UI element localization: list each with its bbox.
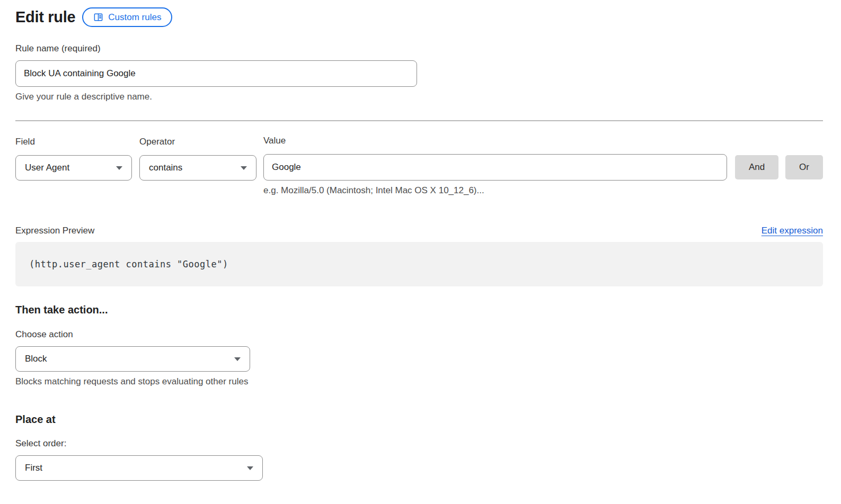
select-order-label: Select order: xyxy=(15,438,823,449)
caret-down-icon xyxy=(247,466,253,470)
rule-name-helper: Give your rule a descriptive name. xyxy=(15,92,823,102)
caret-down-icon xyxy=(234,357,241,361)
rule-name-section: Rule name (required) Give your rule a de… xyxy=(15,43,823,102)
operator-column: Operator contains xyxy=(139,137,256,181)
expression-code: (http.user_agent contains "Google") xyxy=(29,259,228,269)
open-book-icon xyxy=(93,12,103,22)
value-helper: e.g. Mozilla/5.0 (Macintosh; Intel Mac O… xyxy=(263,185,823,196)
value-column: Value xyxy=(263,136,727,181)
value-input[interactable] xyxy=(263,154,727,181)
order-select-value: First xyxy=(25,463,42,473)
caret-down-icon xyxy=(241,166,247,170)
caret-down-icon xyxy=(116,166,122,170)
edit-rule-form: Edit rule Custom rules Rule name (requir… xyxy=(15,7,823,481)
choose-action-label: Choose action xyxy=(15,329,823,340)
expression-preview-label: Expression Preview xyxy=(15,226,94,236)
operator-select-value: contains xyxy=(149,163,182,173)
action-helper: Blocks matching requests and stops evalu… xyxy=(15,376,823,387)
rule-name-label: Rule name (required) xyxy=(15,43,823,54)
custom-rules-button[interactable]: Custom rules xyxy=(82,7,172,27)
action-section-heading: Then take action... xyxy=(15,304,823,316)
condition-row: Field User Agent Operator contains Value… xyxy=(15,136,823,181)
custom-rules-button-label: Custom rules xyxy=(108,12,161,23)
field-select[interactable]: User Agent xyxy=(15,155,132,181)
page-title: Edit rule xyxy=(15,8,75,26)
section-divider xyxy=(15,120,823,121)
operator-select[interactable]: contains xyxy=(139,155,256,181)
edit-expression-link[interactable]: Edit expression xyxy=(762,226,823,236)
field-select-value: User Agent xyxy=(25,163,69,173)
field-label: Field xyxy=(15,137,132,147)
operator-label: Operator xyxy=(139,137,256,147)
expression-preview-box: (http.user_agent contains "Google") xyxy=(15,242,823,286)
page-header: Edit rule Custom rules xyxy=(15,7,823,27)
action-select[interactable]: Block xyxy=(15,346,250,372)
or-button[interactable]: Or xyxy=(785,155,823,179)
value-label: Value xyxy=(263,136,727,146)
action-select-value: Block xyxy=(25,354,47,364)
and-button[interactable]: And xyxy=(735,155,778,179)
place-at-heading: Place at xyxy=(15,413,823,426)
order-select[interactable]: First xyxy=(15,455,263,481)
field-column: Field User Agent xyxy=(15,137,132,181)
rule-name-input[interactable] xyxy=(15,60,417,87)
expression-header: Expression Preview Edit expression xyxy=(15,226,823,236)
